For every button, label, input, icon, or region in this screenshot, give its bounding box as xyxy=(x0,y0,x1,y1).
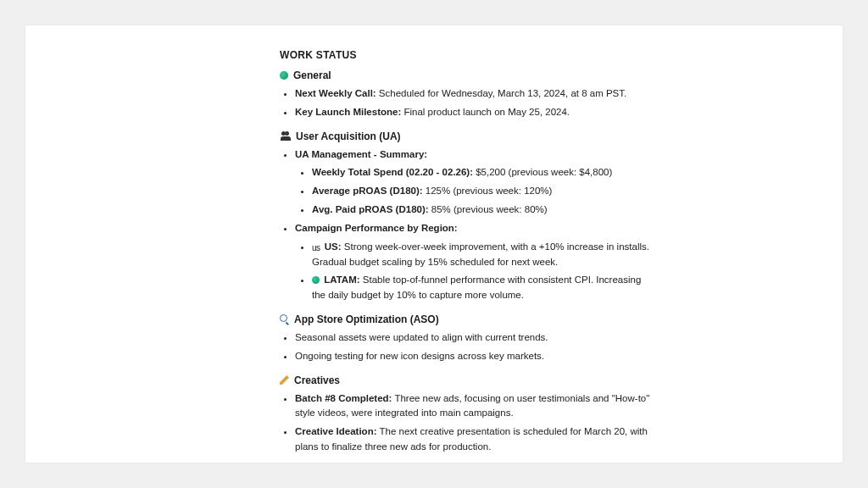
list-item: Weekly Total Spend (02.20 - 02.26): $5,2… xyxy=(312,165,653,180)
list-item: Campaign Performance by Region: us US: S… xyxy=(295,221,653,303)
section-general-label: General xyxy=(293,69,331,81)
list-item: Average pROAS (D180): 125% (previous wee… xyxy=(312,184,653,199)
item-label: US: xyxy=(325,241,342,252)
people-icon xyxy=(280,131,291,141)
general-list: Next Weekly Call: Scheduled for Wednesda… xyxy=(280,86,653,120)
ua-region-label: Campaign Performance by Region: xyxy=(295,223,458,233)
item-text: Stable top-of-funnel performance with co… xyxy=(312,274,641,300)
item-label: LATAM: xyxy=(324,274,359,285)
page-title: WORK STATUS xyxy=(280,49,653,61)
ua-list: UA Management - Summary: Weekly Total Sp… xyxy=(280,147,653,303)
list-item: UA Management - Summary: Weekly Total Sp… xyxy=(295,147,653,218)
creatives-list: Batch #8 Completed: Three new ads, focus… xyxy=(280,391,653,455)
list-item: Key Launch Milestone: Final product laun… xyxy=(295,105,653,120)
item-label: Avg. Paid pROAS (D180): xyxy=(312,204,429,214)
list-item: Ongoing testing for new icon designs acr… xyxy=(295,349,653,364)
section-ua-label: User Acquisition (UA) xyxy=(296,130,401,142)
list-item: LATAM: Stable top-of-funnel performance … xyxy=(312,273,653,303)
list-item: Avg. Paid pROAS (D180): 85% (previous we… xyxy=(312,202,653,218)
green-dot-icon xyxy=(312,276,320,284)
list-item: us US: Strong week-over-week improvement… xyxy=(312,240,653,270)
item-label: Batch #8 Completed: xyxy=(295,393,392,403)
section-creatives-label: Creatives xyxy=(294,374,340,386)
item-text: Strong week-over-week improvement, with … xyxy=(312,241,649,267)
list-item: Batch #8 Completed: Three new ads, focus… xyxy=(295,391,653,422)
list-item: Next Weekly Call: Scheduled for Wednesda… xyxy=(295,86,653,102)
item-text: Final product launch on May 25, 2024. xyxy=(401,107,570,117)
document-card: WORK STATUS General Next Weekly Call: Sc… xyxy=(25,25,843,463)
ua-summary-label: UA Management - Summary: xyxy=(295,149,427,159)
item-label: Key Launch Milestone: xyxy=(295,107,401,117)
section-aso-head: App Store Optimization (ASO) xyxy=(280,313,653,325)
item-label: Weekly Total Spend (02.20 - 02.26): xyxy=(312,167,473,177)
section-ua-head: User Acquisition (UA) xyxy=(280,130,653,142)
green-dot-icon xyxy=(280,71,288,80)
section-aso-label: App Store Optimization (ASO) xyxy=(294,313,439,325)
item-text: 85% (previous week: 80%) xyxy=(429,204,548,214)
item-label: Creative Ideation: xyxy=(295,426,377,436)
list-item: Seasonal assets were updated to align wi… xyxy=(295,330,653,346)
section-general-head: General xyxy=(280,69,653,81)
ua-region-list: us US: Strong week-over-week improvement… xyxy=(295,240,653,303)
item-text: $5,200 (previous week: $4,800) xyxy=(473,167,612,177)
document-content: WORK STATUS General Next Weekly Call: Sc… xyxy=(280,49,653,455)
pencil-icon xyxy=(280,375,289,385)
item-label: Next Weekly Call: xyxy=(295,88,376,98)
us-flag-icon: us xyxy=(312,241,320,255)
magnifier-icon xyxy=(280,314,289,324)
section-creatives-head: Creatives xyxy=(280,374,653,386)
item-text: 125% (previous week: 120%) xyxy=(423,186,553,196)
list-item: Creative Ideation: The next creative pre… xyxy=(295,424,653,455)
item-text: Scheduled for Wednesday, March 13, 2024,… xyxy=(376,88,627,98)
item-label: Average pROAS (D180): xyxy=(312,186,423,196)
ua-summary-list: Weekly Total Spend (02.20 - 02.26): $5,2… xyxy=(295,165,653,217)
aso-list: Seasonal assets were updated to align wi… xyxy=(280,330,653,364)
